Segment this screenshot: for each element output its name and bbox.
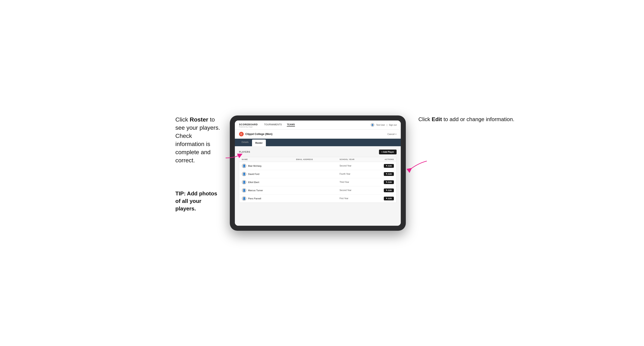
player-name-cell: 👤 Piers Parnell (242, 196, 296, 201)
avatar: 👤 (242, 180, 246, 184)
tabs-bar: Details Roster (235, 139, 401, 146)
player-name-cell: 👤 Marcus Turner (242, 188, 296, 193)
team-name-area: C Clippd College (Men) (239, 132, 272, 136)
logo-sub: Powered by Clippi (239, 126, 258, 128)
avatar: 👤 (242, 172, 246, 176)
edit-button[interactable]: ✎ Edit (384, 197, 394, 200)
cell-actions: ✎ Edit (372, 172, 394, 176)
col-year: SCHOOL YEAR (340, 158, 372, 161)
table-row: 👤 Piers Parnell First Year ✎ Edit (239, 194, 396, 202)
edit-button[interactable]: ✎ Edit (384, 164, 394, 168)
col-name: NAME (242, 158, 296, 161)
header-right: 👤 Test User | Sign out (370, 123, 396, 127)
logo-area: SCOREBOARD Powered by Clippi (239, 122, 258, 128)
table-row: 👤 Blair McHarg Second Year ✎ Edit (239, 162, 396, 170)
cell-actions: ✎ Edit (372, 188, 394, 192)
app-header: SCOREBOARD Powered by Clippi TOURNAMENTS… (235, 121, 401, 130)
edit-arrow (406, 159, 431, 176)
right-annotation: Click Edit to add or change information. (418, 116, 469, 123)
player-year: Second Year (340, 165, 372, 167)
tablet-screen: SCOREBOARD Powered by Clippi TOURNAMENTS… (235, 121, 401, 226)
user-icon: 👤 (370, 123, 374, 127)
edit-button[interactable]: ✎ Edit (384, 180, 394, 184)
table-row: 👤 Elliot Ebert Third Year ✎ Edit (239, 178, 396, 186)
table-header: NAME EMAIL ADDRESS SCHOOL YEAR ACTIONS (239, 157, 396, 162)
tablet-frame: SCOREBOARD Powered by Clippi TOURNAMENTS… (230, 116, 406, 231)
edit-button[interactable]: ✎ Edit (384, 188, 394, 192)
player-name: Blair McHarg (248, 165, 262, 167)
logo-text: SCOREBOARD (239, 123, 258, 126)
team-header: C Clippd College (Men) Cancel × (235, 130, 401, 139)
player-year: Second Year (340, 189, 372, 191)
player-year: Fourth Year (340, 173, 372, 175)
player-name: Marcus Turner (248, 189, 263, 192)
player-name-cell: 👤 Blair McHarg (242, 164, 296, 168)
cell-actions: ✎ Edit (372, 180, 394, 184)
cancel-button[interactable]: Cancel × (387, 133, 396, 135)
player-year: Third Year (340, 181, 372, 183)
team-icon: C (239, 132, 244, 136)
team-name: Clippd College (Men) (245, 132, 272, 136)
table-row: 👤 Marcus Turner Second Year ✎ Edit (239, 186, 396, 194)
cell-actions: ✎ Edit (372, 197, 394, 200)
col-actions: ACTIONS (372, 158, 394, 161)
tab-details[interactable]: Details (238, 139, 252, 146)
player-name: Elliot Ebert (248, 181, 259, 183)
section-header: PLAYERS + Add Player (239, 150, 396, 154)
player-year: First Year (340, 197, 372, 199)
content-area: PLAYERS + Add Player NAME EMAIL ADDRESS … (235, 146, 401, 226)
col-email: EMAIL ADDRESS (296, 158, 340, 161)
avatar: 👤 (242, 196, 246, 201)
user-name: Test User (376, 124, 385, 126)
add-player-button[interactable]: + Add Player (379, 150, 397, 154)
player-name: David Ford (248, 173, 259, 175)
player-table: NAME EMAIL ADDRESS SCHOOL YEAR ACTIONS 👤… (239, 157, 396, 203)
player-name-cell: 👤 David Ford (242, 172, 296, 176)
avatar: 👤 (242, 164, 246, 168)
nav-tournaments[interactable]: TOURNAMENTS (264, 123, 282, 127)
player-name: Piers Parnell (248, 197, 261, 200)
sign-out-link[interactable]: Sign out (389, 124, 396, 126)
tab-roster[interactable]: Roster (252, 140, 266, 146)
player-name-cell: 👤 Elliot Ebert (242, 180, 296, 184)
edit-button[interactable]: ✎ Edit (384, 172, 394, 176)
left-annotation: Click Roster to see your players. Check … (175, 116, 222, 212)
avatar: 👤 (242, 188, 246, 193)
cell-actions: ✎ Edit (372, 164, 394, 168)
table-row: 👤 David Ford Fourth Year ✎ Edit (239, 170, 396, 178)
nav-teams[interactable]: TEAMS (287, 123, 295, 127)
nav-links: TOURNAMENTS TEAMS (264, 123, 370, 127)
roster-arrow (224, 150, 244, 160)
